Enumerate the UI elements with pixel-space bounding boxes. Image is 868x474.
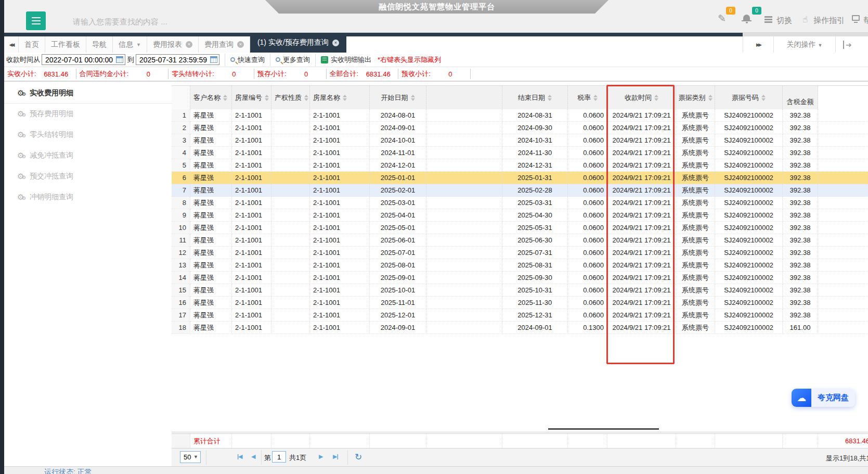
column-header-label: 房屋名称 bbox=[313, 93, 340, 103]
table-row[interactable]: 3蒋星强2-1-10012-1-10012024-10-012024-10-31… bbox=[172, 134, 868, 147]
tab-label: 工作看板 bbox=[51, 40, 80, 49]
sidebar-item-4[interactable]: ⚙减免冲抵查询 bbox=[4, 145, 172, 166]
row-number-cell: 10 bbox=[172, 222, 190, 234]
column-header[interactable]: 房屋编号 bbox=[232, 86, 271, 109]
sort-icon bbox=[223, 95, 227, 101]
tabs-scroll-right-button[interactable]: ▶▶ bbox=[743, 42, 773, 47]
help-button[interactable]: 帮 bbox=[863, 16, 868, 25]
table-row[interactable]: 14蒋星强2-1-10012-1-10012025-09-012025-09-3… bbox=[172, 272, 868, 284]
last-page-button[interactable]: ▶| bbox=[333, 453, 338, 460]
close-icon[interactable]: × bbox=[237, 41, 244, 48]
filter-bar: 收款时间从 到 快速查询 更多查询 实收明细输出 *右键表头显示隐藏列 bbox=[4, 53, 868, 67]
refresh-icon[interactable]: ↻ bbox=[355, 452, 362, 463]
tab-7[interactable]: (1) 实收/预存费用查询× bbox=[250, 33, 346, 53]
hamburger-menu-button[interactable] bbox=[26, 11, 46, 30]
table-row[interactable]: 4蒋星强2-1-10012-1-10012024-11-012024-11-30… bbox=[172, 147, 868, 159]
close-operations-dropdown[interactable]: 关闭操作▼ bbox=[774, 40, 835, 49]
table-row[interactable]: 6蒋星强2-1-10012-1-10012025-01-012025-01-31… bbox=[172, 172, 868, 184]
app-root: 融信朗悦文苑智慧物业管理平台 ✎ 0 0 切换 ☝ 操作指引 帮 ◀◀ 首页工作… bbox=[0, 0, 868, 474]
table-row[interactable]: 11蒋星强2-1-10012-1-10012025-06-012025-06-3… bbox=[172, 234, 868, 247]
more-query-button[interactable]: 更多查询 bbox=[276, 55, 310, 65]
footer-rownum-cell bbox=[172, 434, 190, 448]
chevron-down-icon: ▼ bbox=[193, 452, 198, 463]
table-row[interactable]: 7蒋星强2-1-10012-1-10012025-02-012025-02-28… bbox=[172, 184, 868, 197]
quark-drive-widget[interactable]: ☁ 夸克网盘 bbox=[792, 389, 855, 407]
tab-2[interactable]: 工作看板 bbox=[45, 36, 86, 53]
table-row[interactable]: 1蒋星强2-1-10012-1-10012024-08-012024-08-31… bbox=[172, 109, 868, 122]
table-cell: 2025-06-30 bbox=[502, 234, 568, 247]
quick-query-button[interactable]: 快速查询 bbox=[230, 55, 265, 65]
column-header[interactable]: 房屋名称 bbox=[310, 86, 370, 109]
horizontal-scrollbar-thumb[interactable] bbox=[548, 428, 659, 430]
exit-icon[interactable]: ➔ bbox=[843, 41, 852, 49]
date-from-input[interactable] bbox=[42, 54, 125, 65]
divider bbox=[347, 450, 348, 465]
divider bbox=[168, 69, 169, 79]
table-cell: 0.0600 bbox=[568, 197, 607, 209]
table-cell bbox=[818, 284, 868, 297]
tab-6[interactable]: 费用查询× bbox=[199, 36, 250, 53]
close-icon[interactable]: × bbox=[186, 41, 192, 48]
tab-4[interactable]: 信息▼ bbox=[113, 36, 147, 53]
column-header[interactable]: 票据类别 bbox=[676, 86, 715, 109]
bell-icon[interactable] bbox=[743, 15, 750, 20]
table-cell: 2-1-1001 bbox=[310, 297, 370, 309]
table-cell: 蒋星强 bbox=[190, 259, 232, 272]
table-cell bbox=[818, 109, 868, 122]
column-header[interactable]: 客户名称 bbox=[190, 86, 232, 109]
switch-button[interactable]: 切换 bbox=[776, 16, 792, 25]
calendar-icon[interactable] bbox=[210, 56, 217, 63]
calendar-icon[interactable] bbox=[116, 56, 123, 63]
table-cell: 2025-12-31 bbox=[502, 309, 568, 322]
search-input[interactable] bbox=[73, 14, 250, 29]
table-row[interactable]: 13蒋星强2-1-10012-1-10012025-08-012025-08-3… bbox=[172, 259, 868, 272]
close-icon[interactable]: × bbox=[332, 40, 339, 46]
sidebar-item-3[interactable]: ⚙零头结转明细 bbox=[4, 124, 172, 145]
tab-1[interactable]: 首页 bbox=[19, 36, 45, 53]
page-size-select[interactable]: 50▼ bbox=[180, 451, 201, 463]
table-row[interactable]: 15蒋星强2-1-10012-1-10012025-10-012025-10-3… bbox=[172, 284, 868, 297]
pencil-icon[interactable]: ✎ bbox=[718, 12, 726, 24]
column-header[interactable]: 开始日期 bbox=[370, 86, 426, 109]
tab-3[interactable]: 导航 bbox=[86, 36, 113, 53]
next-page-button[interactable]: ▶ bbox=[319, 453, 322, 460]
first-page-button[interactable]: |◀ bbox=[237, 453, 242, 460]
table-row[interactable]: 12蒋星强2-1-10012-1-10012025-07-012025-07-3… bbox=[172, 247, 868, 259]
table-row[interactable]: 9蒋星强2-1-10012-1-10012025-04-012025-04-30… bbox=[172, 209, 868, 222]
column-header[interactable]: 税率 bbox=[568, 86, 607, 109]
table-cell: 392.38 bbox=[783, 247, 818, 259]
sidebar-item-1[interactable]: ⚙实收费用明细 bbox=[4, 83, 172, 104]
guide-button[interactable]: 操作指引 bbox=[813, 16, 845, 25]
table-cell: 0.0600 bbox=[568, 109, 607, 122]
table-cell: 2-1-1001 bbox=[232, 209, 271, 222]
table-cell bbox=[271, 159, 310, 172]
header-rownum-cell bbox=[172, 86, 190, 109]
table-cell: 系统票号 bbox=[676, 234, 715, 247]
date-to-input[interactable] bbox=[136, 54, 219, 65]
page-number-input[interactable] bbox=[272, 451, 286, 463]
column-header[interactable]: 票据号码 bbox=[715, 86, 783, 109]
table-cell bbox=[426, 122, 502, 134]
table-row[interactable]: 8蒋星强2-1-10012-1-10012025-03-012025-03-31… bbox=[172, 197, 868, 209]
table-row[interactable]: 16蒋星强2-1-10012-1-10012025-11-012025-11-3… bbox=[172, 297, 868, 309]
export-details-button[interactable]: 实收明细输出 bbox=[321, 55, 371, 65]
table-row[interactable]: 18蒋星强2-1-10012-1-10012024-09-012024-09-0… bbox=[172, 322, 868, 334]
sidebar-item-5[interactable]: ⚙预交冲抵查询 bbox=[4, 166, 172, 187]
column-header[interactable]: 结束日期 bbox=[502, 86, 568, 109]
sidebar-item-6[interactable]: ⚙冲销明细查询 bbox=[4, 187, 172, 208]
table-cell bbox=[426, 297, 502, 309]
table-cell bbox=[271, 284, 310, 297]
tabs-scroll-left-button[interactable]: ◀◀ bbox=[4, 36, 19, 53]
table-row[interactable]: 2蒋星强2-1-10012-1-10012024-09-012024-09-30… bbox=[172, 122, 868, 134]
table-row[interactable]: 5蒋星强2-1-10012-1-10012024-12-012024-12-31… bbox=[172, 159, 868, 172]
column-header[interactable]: 产权性质 bbox=[271, 86, 310, 109]
table-cell: 0.0600 bbox=[568, 272, 607, 284]
table-row[interactable]: 17蒋星强2-1-10012-1-10012025-12-012025-12-3… bbox=[172, 309, 868, 322]
tab-5[interactable]: 费用报表× bbox=[147, 36, 199, 53]
table-row[interactable]: 10蒋星强2-1-10012-1-10012025-05-012025-05-3… bbox=[172, 222, 868, 234]
sidebar-item-2[interactable]: ⚙预存费用明细 bbox=[4, 104, 172, 124]
column-header[interactable]: 收款时间 bbox=[607, 86, 676, 109]
tab-bar-accent-light bbox=[743, 33, 868, 36]
prev-page-button[interactable]: ◀ bbox=[251, 453, 255, 460]
column-header[interactable]: 含税金额 bbox=[783, 86, 818, 109]
